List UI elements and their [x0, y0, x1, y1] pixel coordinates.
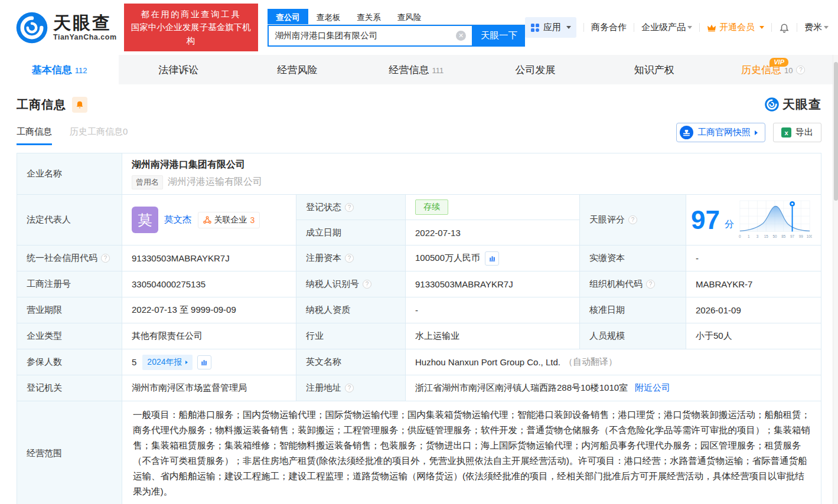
tianyancha-logo[interactable]: 天眼查 TianYanCha.com [15, 11, 117, 45]
table-row: 工商注册号 330504000275135 纳税人识别号? 91330503MA… [17, 271, 821, 297]
registered-address: 浙江省湖州市南浔区南浔镇人瑞西路288号10楼1010室 [415, 382, 628, 394]
top-header: 天眼查 TianYanCha.com 都在用的商业查询工具 国家中小企业发展子基… [0, 0, 838, 55]
chevron-down-icon [687, 26, 692, 29]
insured-trend-icon[interactable] [197, 355, 211, 369]
reg-number-label: 工商注册号 [17, 271, 122, 297]
table-row: 参保人数 5 2024年报 英文名称 Huzhou Nanxun Port Gr… [17, 349, 821, 375]
legal-rep-avatar[interactable]: 莫 [132, 207, 158, 233]
apps-menu[interactable]: 应用 [525, 17, 576, 38]
tab-count: 111 [432, 66, 444, 75]
nearby-companies-link[interactable]: 附近公司 [635, 382, 670, 394]
help-icon[interactable]: ? [646, 280, 655, 289]
vip-badge: VIP [769, 58, 788, 67]
search-submit-button[interactable]: 天眼一下 [473, 25, 525, 47]
tab-legal-litigation[interactable]: 法律诉讼 [119, 55, 237, 84]
reg-capital-label: 注册资本? [296, 246, 406, 271]
subscribe-bell-button[interactable] [72, 97, 87, 113]
business-scope-label: 经营范围 [17, 401, 122, 504]
svg-text:3: 3 [757, 234, 759, 238]
stamp-icon [680, 126, 693, 139]
company-name-label: 企业名称 [17, 153, 122, 195]
company-name[interactable]: 湖州南浔港口集团有限公司 [132, 159, 245, 171]
search-tab-boss[interactable]: 查老板 [308, 9, 349, 24]
chevron-down-icon [759, 26, 764, 29]
search-box: ✕ [268, 25, 473, 47]
tianyancha-swirl-icon [15, 11, 49, 45]
english-name: Huzhou Nanxun Port Group Co., Ltd. [415, 357, 560, 367]
svg-text:0: 0 [739, 234, 741, 238]
help-icon[interactable]: ? [101, 254, 110, 263]
tab-operation-risk[interactable]: 经营风险 [238, 55, 357, 84]
score-curve-chart: 0 1 3 15 50 85 97 99 100 [738, 198, 812, 243]
table-row: 法定代表人 莫 莫文杰 关联企业 3 登记状态? [17, 195, 821, 246]
help-icon[interactable]: ? [345, 384, 354, 392]
tab-basic-info[interactable]: 基本信息 112 [0, 55, 119, 84]
help-icon[interactable]: ? [363, 280, 371, 289]
company-type: 其他有限责任公司 [122, 323, 296, 349]
taxpayer-quality-label: 纳税人资质 [296, 297, 406, 323]
credit-code-label: 统一社会信用代码? [17, 246, 122, 271]
scrollbar-thumb[interactable] [834, 62, 838, 201]
legal-rep-name-link[interactable]: 莫文杰 [164, 214, 192, 226]
establish-date: 2022-07-13 [406, 220, 580, 246]
score-label: 天眼评分? [580, 195, 686, 246]
main-tabbar: 基本信息 112 法律诉讼 经营风险 经营信息 111 公司发展 知识产权 VI… [0, 55, 833, 84]
help-icon[interactable]: ? [345, 203, 354, 212]
open-vip-menu[interactable]: 开通会员 [707, 22, 764, 33]
org-code-label: 组织机构代码? [580, 271, 686, 297]
search-tab-company[interactable]: 查公司 [268, 9, 308, 24]
establish-date-label: 成立日期 [296, 220, 406, 246]
help-icon[interactable]: ? [628, 215, 637, 224]
slogan-banner: 都在用的商业查询工具 国家中小企业发展子基金旗下机构 [124, 4, 259, 51]
user-menu[interactable]: 费米 [804, 22, 829, 33]
subtab-history-business-info[interactable]: 历史工商信息0 [70, 126, 128, 145]
svg-text:99: 99 [799, 234, 804, 238]
tab-intellectual-property[interactable]: 知识产权 [595, 55, 713, 84]
search-tab-risk[interactable]: 查风险 [389, 9, 430, 24]
username: 费米 [804, 22, 822, 33]
insured-count: 5 [132, 357, 136, 367]
approval-date: 2026-01-09 [686, 297, 821, 323]
crown-icon [707, 24, 716, 32]
official-snapshot-button[interactable]: 工商官网快照 [676, 123, 765, 142]
scrollbar-track[interactable] [833, 55, 838, 504]
annual-report-tag[interactable]: 2024年报 [142, 355, 192, 370]
org-code: MABRAYKR-7 [686, 271, 821, 297]
table-row: 经营范围 一般项目：船舶港口服务；国内货物运输代理；国际货物运输代理；国内集装箱… [17, 401, 821, 504]
export-button[interactable]: x 导出 [773, 123, 821, 142]
svg-text:97: 97 [790, 234, 795, 238]
table-row: 企业名称 湖州南浔港口集团有限公司 曾用名 湖州浔港运输有限公司 [17, 153, 821, 195]
table-row: 企业类型 其他有限责任公司 行业 水上运输业 人员规模 小于50人 [17, 323, 821, 349]
subtab-business-info[interactable]: 工商信息 [17, 126, 52, 145]
related-companies-tag[interactable]: 关联企业 3 [198, 212, 260, 228]
search-tab-relation[interactable]: 查关系 [348, 9, 389, 24]
tab-count: 10 [784, 66, 793, 75]
apps-label: 应用 [543, 22, 561, 33]
business-term: 2022-07-13 至 9999-09-09 [122, 297, 296, 323]
staff-size-label: 人员规模 [580, 323, 686, 349]
business-info-table: 企业名称 湖州南浔港口集团有限公司 曾用名 湖州浔港运输有限公司 法定代表人 莫… [17, 153, 821, 504]
arrow-right-icon [755, 130, 758, 135]
business-cooperation-link[interactable]: 商务合作 [591, 22, 627, 33]
svg-text:100: 100 [807, 234, 812, 238]
search-tabs: 查公司 查老板 查关系 查风险 [268, 9, 525, 25]
help-icon[interactable]: ? [796, 66, 805, 74]
reg-status-label: 登记状态? [296, 195, 406, 220]
apps-grid-icon [530, 23, 540, 32]
capital-trend-icon[interactable] [485, 251, 499, 266]
brand-name: 天眼查 [53, 14, 117, 32]
former-name-tag: 曾用名 [132, 175, 163, 189]
business-scope: 一般项目：船舶港口服务；国内货物运输代理；国际货物运输代理；国内集装箱货物运输代… [122, 401, 821, 504]
svg-text:15: 15 [764, 234, 769, 238]
clear-search-icon[interactable]: ✕ [456, 31, 466, 41]
tab-company-development[interactable]: 公司发展 [476, 55, 595, 84]
paid-capital-label: 实缴资本 [580, 246, 686, 271]
help-icon[interactable]: ? [345, 254, 354, 263]
tab-history-info[interactable]: VIP 历史信息 10 ? [714, 55, 833, 84]
enterprise-products-menu[interactable]: 企业级产品 [641, 22, 692, 33]
search-input[interactable] [275, 31, 456, 40]
tianyancha-watermark: 天眼查 [764, 96, 821, 113]
approval-date-label: 核准日期 [580, 297, 686, 323]
notification-bell-icon[interactable] [779, 22, 790, 33]
tab-operation-info[interactable]: 经营信息 111 [357, 55, 475, 84]
